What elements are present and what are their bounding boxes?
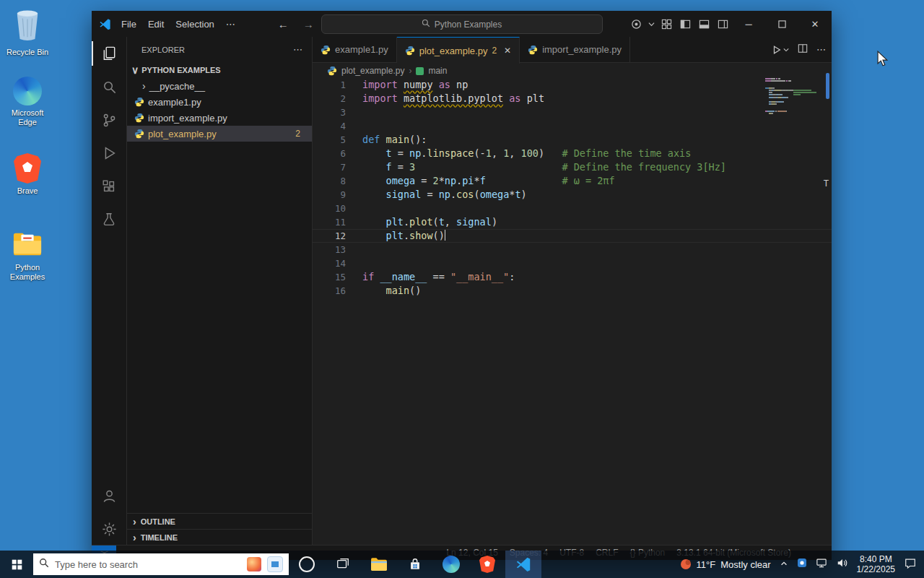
minimize-button[interactable]: ─ <box>732 11 765 37</box>
tab-example1[interactable]: example1.py <box>313 37 397 62</box>
close-button[interactable]: ✕ <box>798 11 832 37</box>
hidden-icons-chevron[interactable] <box>780 558 788 571</box>
desktop-icon-brave[interactable]: Brave <box>1 153 53 196</box>
line-number[interactable]: 11 <box>313 215 346 229</box>
editor-more-actions-icon[interactable]: ⋯ <box>816 44 826 55</box>
run-python-file-button[interactable] <box>772 45 789 55</box>
search-highlight-icon[interactable] <box>247 557 261 571</box>
views-more-icon[interactable]: ⋯ <box>293 44 303 55</box>
split-editor-icon[interactable] <box>798 43 808 56</box>
cortana-button[interactable] <box>289 551 325 578</box>
toggle-panel-icon[interactable] <box>694 11 713 37</box>
code-line-1[interactable]: 1import numpy as np <box>313 78 832 92</box>
desktop-icon-python-examples[interactable]: Python Examples <box>1 231 53 282</box>
menu-more[interactable]: ⋯ <box>220 19 242 30</box>
explorer-icon[interactable] <box>92 37 126 70</box>
code-line-4[interactable]: 4 <box>313 119 832 133</box>
code-line-2[interactable]: 2import matplotlib.pyplot as plt <box>313 92 832 105</box>
code-line-3[interactable]: 3 <box>313 105 832 119</box>
toggle-secondary-sidebar-icon[interactable] <box>713 11 732 37</box>
action-center-icon[interactable] <box>904 557 917 572</box>
run-debug-icon[interactable] <box>92 137 126 170</box>
clock[interactable]: 8:40 PM 1/22/2025 <box>857 554 895 574</box>
network-icon[interactable] <box>816 558 827 571</box>
account-icon[interactable] <box>92 479 126 512</box>
line-number[interactable]: 6 <box>313 147 346 160</box>
code-line-9[interactable]: 9 signal = np.cos(omega*t) <box>313 188 832 202</box>
line-number[interactable]: 4 <box>313 119 346 133</box>
file-row-plot-example[interactable]: plot_example.py 2 <box>127 126 312 142</box>
tab-plot-example[interactable]: plot_example.py 2 ✕ <box>397 37 520 64</box>
file-row-import-example[interactable]: import_example.py <box>127 110 312 126</box>
toggle-primary-sidebar-icon[interactable] <box>676 11 694 37</box>
store-button[interactable] <box>397 551 433 578</box>
line-number[interactable]: 15 <box>313 270 346 284</box>
code-line-5[interactable]: 5def main(): <box>313 133 832 147</box>
code-line-11[interactable]: 11 plt.plot(t, signal) <box>313 215 832 229</box>
task-view-button[interactable] <box>325 551 361 578</box>
desktop-icon-edge[interactable]: Microsoft Edge <box>1 77 53 127</box>
minimap[interactable] <box>765 78 821 115</box>
code-line-12[interactable]: 12 plt.show() <box>313 229 832 243</box>
extensions-icon[interactable] <box>92 170 126 203</box>
edge-button[interactable] <box>433 551 469 578</box>
forward-arrow-icon[interactable]: → <box>303 18 314 30</box>
start-button[interactable] <box>0 551 33 578</box>
tray-app-icon[interactable] <box>797 558 807 571</box>
profile-icon[interactable] <box>627 11 645 37</box>
line-text <box>346 256 362 270</box>
back-arrow-icon[interactable]: ← <box>278 18 289 30</box>
menu-selection[interactable]: Selection <box>170 19 219 30</box>
maximize-button[interactable] <box>765 11 798 37</box>
line-number[interactable]: 2 <box>313 92 346 105</box>
line-number[interactable]: 10 <box>313 202 346 215</box>
source-control-icon[interactable] <box>92 103 126 137</box>
code-line-14[interactable]: 14 <box>313 256 832 270</box>
line-number[interactable]: 14 <box>313 256 346 270</box>
tab-import-example[interactable]: import_example.py <box>520 37 630 62</box>
menu-file[interactable]: File <box>116 19 142 30</box>
file-row-example1[interactable]: example1.py <box>127 94 312 110</box>
testing-icon[interactable] <box>92 203 126 236</box>
line-number[interactable]: 3 <box>313 105 346 119</box>
brave-button[interactable] <box>469 551 505 578</box>
search-widget-icon[interactable] <box>267 556 283 572</box>
line-number[interactable]: 7 <box>313 160 346 174</box>
settings-gear-icon[interactable] <box>92 512 126 545</box>
taskbar-search-input[interactable]: Type here to search <box>33 553 289 575</box>
weather-widget[interactable]: 11°F Mostly clear <box>680 558 771 570</box>
breadcrumb-file[interactable]: plot_example.py <box>341 66 404 76</box>
line-number[interactable]: 1 <box>313 78 346 92</box>
chevron-down-icon[interactable] <box>645 11 657 37</box>
breadcrumb-symbol[interactable]: main <box>428 66 447 76</box>
scrollbar-thumb[interactable] <box>826 73 829 99</box>
line-number[interactable]: 13 <box>313 243 346 256</box>
command-center-search[interactable]: Python Examples <box>321 14 603 34</box>
code-line-10[interactable]: 10 <box>313 202 832 215</box>
code-line-6[interactable]: 6 t = np.linspace(-1, 1, 100) # Define t… <box>313 147 832 160</box>
file-explorer-button[interactable] <box>361 551 397 578</box>
activity-bar <box>92 37 127 545</box>
timeline-section[interactable]: › TIMELINE <box>127 529 312 545</box>
close-icon[interactable]: ✕ <box>504 46 511 56</box>
code-line-13[interactable]: 13 <box>313 243 832 256</box>
vscode-button[interactable] <box>505 551 541 578</box>
outline-section[interactable]: › OUTLINE <box>127 513 312 530</box>
line-number[interactable]: 16 <box>313 284 346 298</box>
volume-icon[interactable] <box>836 557 848 571</box>
menu-edit[interactable]: Edit <box>142 19 170 30</box>
file-row-pycache[interactable]: › __pycache__ <box>127 78 312 94</box>
line-number[interactable]: 9 <box>313 188 346 202</box>
line-number[interactable]: 5 <box>313 133 346 147</box>
section-python-examples[interactable]: ∨ PYTHON EXAMPLES <box>127 62 312 78</box>
line-number[interactable]: 8 <box>313 174 346 188</box>
code-line-8[interactable]: 8 omega = 2*np.pi*f # ω = 2πf <box>313 174 832 188</box>
code-line-7[interactable]: 7 f = 3 # Define the frequency 3[Hz] <box>313 160 832 174</box>
code-line-15[interactable]: 15if __name__ == "__main__": <box>313 270 832 284</box>
search-icon[interactable] <box>92 70 126 103</box>
line-number[interactable]: 12 <box>313 229 346 243</box>
code-lines[interactable]: 1import numpy as np2import matplotlib.py… <box>313 78 832 545</box>
customize-layout-icon[interactable] <box>657 11 676 37</box>
desktop-icon-recycle-bin[interactable]: Recycle Bin <box>1 9 53 57</box>
code-line-16[interactable]: 16 main() <box>313 284 832 298</box>
